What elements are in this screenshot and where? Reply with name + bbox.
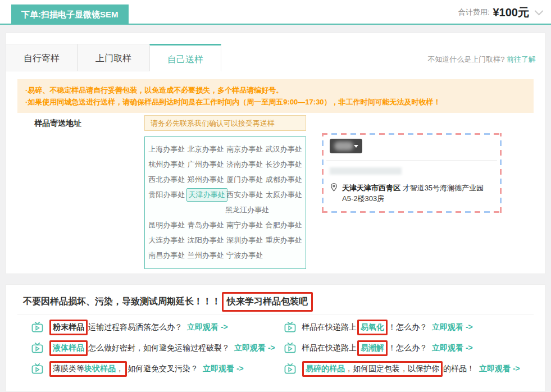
office-option[interactable]: 郑州办事处 — [186, 175, 226, 185]
video-item-powder: 粉末样品 运输过程容易洒落怎么办？ 立即观看 -> — [31, 317, 284, 338]
watch-now-link[interactable]: 立即观看 -> — [432, 322, 473, 332]
total-cost-label: 合计费用: — [458, 7, 490, 17]
video-item-liquid: 液体样品 怎么做好密封，如何避免运输过程破裂？ 立即观看 -> — [31, 338, 284, 358]
office-option[interactable]: 南京办事处 — [225, 144, 265, 154]
office-row: 黑龙江办事处 — [147, 202, 303, 217]
pickup-help-text: 不知道什么是上门取样? — [427, 55, 504, 63]
office-option[interactable]: 贵阳办事处 — [147, 190, 186, 200]
order-title-chip[interactable]: 下单:扫描电子显微镜SEM — [11, 4, 129, 25]
tab-self-deliver[interactable]: 自己送样 — [149, 44, 221, 71]
blurred-phone — [330, 167, 402, 175]
warning-box: ·易碎、不稳定样品请自行妥善包装，以免造成不必要损失，多个样品请编好号。 ·如果… — [17, 79, 534, 113]
office-option[interactable]: 宁波办事处 — [225, 250, 265, 261]
divider — [17, 314, 534, 314]
packing-video-list: 粉末样品 运输过程容易洒落怎么办？ 立即观看 -> 样品在快递路上 易氧化 ！怎… — [31, 317, 538, 379]
total-cost: 合计费用: ¥100元 — [458, 0, 542, 25]
annotated-term: 易氧化 — [357, 320, 388, 335]
office-option[interactable]: 青岛办事处 — [186, 220, 226, 230]
office-option[interactable]: 黑龙江办事处 — [225, 205, 265, 215]
annotated-term: 粉末样品 — [49, 320, 88, 335]
office-row: 大连办事处 沈阳办事处 深圳办事处 重庆办事处 — [147, 233, 303, 248]
video-item-fragile: 易碎的样品，如何固定包装，以保护你 的样品！ 立即观看 -> — [284, 358, 538, 379]
office-option[interactable]: 北京办事处 — [186, 144, 226, 154]
total-cost-value: ¥100元 — [493, 5, 530, 20]
video-player-icon — [31, 321, 43, 333]
video-player-icon — [284, 321, 296, 333]
office-row: 杭州办事处 广州办事处 济南办事处 长沙办事处 — [147, 157, 303, 172]
office-option[interactable]: 厦门办事处 — [225, 175, 265, 185]
address-row: 天津天津市西青区 才智道35号海澜德产业园A5-2楼303房 — [330, 183, 494, 204]
video-item-deliquescence: 样品在快递路上 易潮解 ！怎么办？ 立即观看 -> — [284, 338, 538, 358]
office-row: 南昌办事处 兰州办事处 宁波办事处 — [147, 248, 303, 263]
watch-now-link[interactable]: 立即观看 -> — [432, 343, 473, 353]
packing-tips-card: 不要因样品损坏、污染，导致测试周期延长！！！ 快来学习样品包装吧 粉末样品 运输… — [6, 284, 545, 392]
office-option[interactable]: 兰州办事处 — [186, 250, 226, 261]
office-option[interactable]: 太原办事处 — [265, 190, 304, 200]
watch-now-link[interactable]: 立即观看 -> — [203, 364, 244, 374]
warning-line-1: ·易碎、不稳定样品请自行妥善包装，以免造成不必要损失，多个样品请编好号。 — [25, 84, 526, 96]
watch-now-link[interactable]: 立即观看 -> — [187, 322, 228, 332]
tab-door-pickup[interactable]: 上门取样 — [78, 44, 149, 71]
annotated-term: 薄膜类等块状样品， — [49, 361, 127, 377]
blurred-name — [334, 142, 353, 151]
office-row: 西北办事处 郑州办事处 厦门办事处 成都办事处 — [147, 172, 303, 187]
top-header: 下单:扫描电子显微镜SEM 合计费用: ¥100元 — [0, 0, 551, 25]
pickup-help: 不知道什么是上门取样? 前往了解 — [427, 54, 536, 65]
divider — [326, 160, 497, 161]
caret-down-icon — [354, 145, 358, 148]
annotated-term: 液体样品 — [49, 340, 88, 356]
office-option[interactable]: 济南办事处 — [225, 159, 265, 170]
office-row: 贵阳办事处 天津办事处 西安办事处 太原办事处 — [147, 187, 303, 202]
office-option[interactable]: 西安办事处 — [225, 190, 265, 200]
address-region: 天津天津市西青区 — [342, 184, 400, 192]
video-player-icon — [31, 342, 43, 354]
annotated-term: 易潮解 — [357, 340, 388, 356]
tab-self-mail[interactable]: 自行寄样 — [6, 44, 78, 71]
sample-delivery-card: 自行寄样 上门取样 自己送样 不知道什么是上门取样? 前往了解 ·易碎、不稳定样… — [6, 33, 545, 274]
office-option-selected[interactable]: 天津办事处 — [186, 188, 226, 202]
office-option[interactable]: 西北办事处 — [147, 175, 186, 185]
address-field-label: 样品寄送地址 — [34, 118, 81, 129]
office-option[interactable]: 成都办事处 — [265, 175, 304, 185]
packing-heading: 不要因样品损坏、污染，导致测试周期延长！！！ 快来学习样品包装吧 — [23, 292, 313, 312]
pickup-help-link[interactable]: 前往了解 — [507, 55, 536, 63]
video-player-icon — [284, 342, 296, 354]
selected-address-card: 天津天津市西青区 才智道35号海澜德产业园A5-2楼303房 — [322, 133, 502, 213]
office-option[interactable]: 大连办事处 — [147, 235, 186, 245]
office-option[interactable]: 杭州办事处 — [147, 159, 186, 170]
video-item-bulk: 薄膜类等块状样品， 如何避免交叉污染？ 立即观看 -> — [31, 358, 284, 379]
office-option[interactable]: 南宁办事处 — [225, 220, 265, 230]
office-option[interactable]: 昆明办事处 — [147, 220, 186, 230]
office-option[interactable]: 武汉办事处 — [265, 144, 304, 154]
office-row: 昆明办事处 青岛办事处 南宁办事处 合肥办事处 — [147, 217, 303, 233]
location-pin-icon — [330, 183, 338, 192]
recipient-name-badge[interactable] — [330, 139, 362, 153]
office-option[interactable]: 重庆办事处 — [265, 235, 304, 245]
video-item-oxidation: 样品在快递路上 易氧化 ！怎么办？ 立即观看 -> — [284, 317, 538, 338]
chevron-down-icon[interactable] — [535, 6, 544, 15]
watch-now-link[interactable]: 立即观看 -> — [479, 364, 520, 374]
office-option[interactable]: 长沙办事处 — [265, 159, 304, 170]
warning-line-2: ·如果使用同城急送进行送样，请确保样品到达时间是在工作时间内（周一至周五9:00… — [25, 96, 526, 108]
packing-heading-annotated: 快来学习样品包装吧 — [222, 292, 313, 312]
office-option[interactable]: 南昌办事处 — [147, 250, 186, 261]
office-option[interactable]: 上海办事处 — [147, 144, 186, 154]
office-row: 上海办事处 北京办事处 南京办事处 武汉办事处 — [147, 142, 303, 157]
video-player-icon — [31, 363, 43, 375]
office-grid: 上海办事处 北京办事处 南京办事处 武汉办事处 杭州办事处 广州办事处 济南办事… — [144, 136, 306, 269]
office-option[interactable]: 广州办事处 — [186, 159, 226, 170]
office-option[interactable]: 合肥办事处 — [265, 220, 304, 230]
address-text: 天津天津市西青区 才智道35号海澜德产业园A5-2楼303房 — [342, 183, 489, 204]
packing-heading-plain: 不要因样品损坏、污染，导致测试周期延长！！！ — [23, 296, 221, 308]
delivery-tabs: 自行寄样 上门取样 自己送样 — [6, 44, 221, 71]
office-option[interactable]: 沈阳办事处 — [186, 235, 226, 245]
contact-first-notice: 请务必先联系我们确认可以接受再送样 — [144, 115, 306, 131]
annotated-term: 易碎的样品，如何固定包装，以保护你 — [302, 361, 443, 377]
video-player-icon — [284, 363, 296, 375]
watch-now-link[interactable]: 立即观看 -> — [234, 343, 275, 353]
office-option[interactable]: 深圳办事处 — [225, 235, 265, 245]
